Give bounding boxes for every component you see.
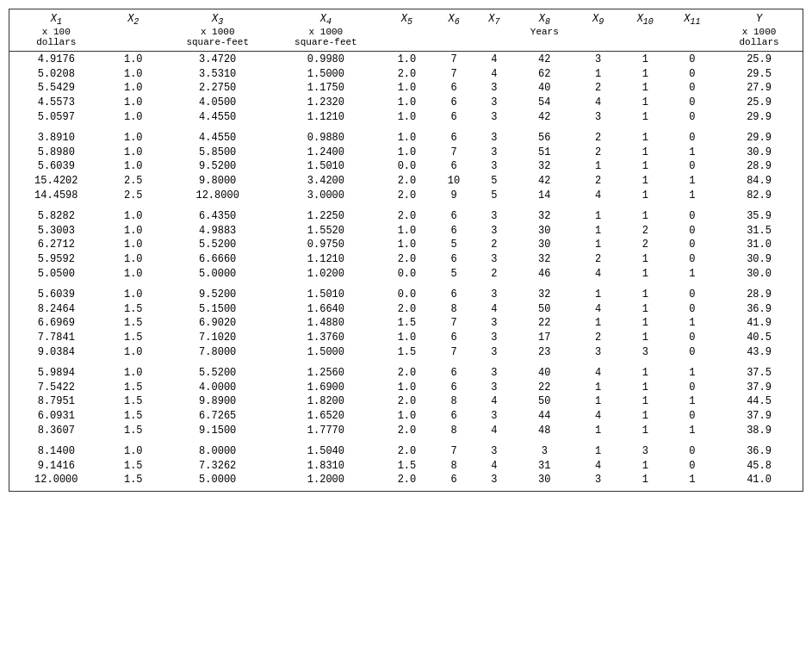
table-cell: 1.5 — [103, 473, 164, 491]
table-cell: 0 — [669, 238, 716, 252]
col-header-x3: X3 — [164, 9, 272, 28]
table-cell: 1 — [574, 282, 622, 302]
table-cell: 7 — [434, 146, 474, 160]
table-cell: 1 — [574, 424, 622, 438]
table-cell: 1.0 — [380, 96, 433, 110]
table-cell: 1.5 — [103, 316, 164, 331]
table-cell: 1.5 — [380, 316, 433, 331]
table-cell: 1 — [622, 381, 669, 395]
table-row: 4.91761.03.47200.99801.0744231025.9 — [9, 53, 803, 67]
table-cell: 3.0000 — [272, 189, 381, 203]
table-cell: 7.3262 — [164, 459, 272, 474]
table-cell: 1.0 — [380, 81, 433, 96]
table-cell: 1 — [574, 438, 622, 459]
table-cell: 4 — [474, 424, 514, 438]
table-cell: 5.3003 — [9, 224, 103, 239]
table-row: 8.14001.08.00001.50402.073313036.9 — [9, 438, 803, 459]
table-cell: 30.9 — [716, 146, 803, 160]
table-cell: 3 — [474, 203, 514, 224]
table-row: 5.02081.03.53101.50002.0746211029.5 — [9, 67, 803, 82]
table-cell: 40 — [514, 360, 574, 381]
table-cell: 1.5 — [103, 394, 164, 409]
table-cell: 1.5 — [103, 459, 164, 474]
table-cell: 0 — [669, 159, 716, 174]
table-cell: 41.9 — [716, 316, 803, 331]
table-cell: 3 — [474, 473, 514, 491]
table-cell: 8 — [434, 459, 474, 474]
table-cell: 44 — [514, 409, 574, 424]
table-cell: 1.4880 — [272, 316, 381, 331]
table-cell: 1.0 — [103, 282, 164, 302]
unit-x10-bottom — [622, 37, 669, 52]
table-cell: 2.2750 — [164, 81, 272, 96]
table-cell: 1 — [622, 267, 669, 282]
table-cell: 62 — [514, 67, 574, 82]
table-cell: 1.5010 — [272, 282, 381, 302]
table-cell: 5.8500 — [164, 146, 272, 160]
table-cell: 25.9 — [716, 96, 803, 110]
table-cell: 56 — [514, 125, 574, 146]
table-cell: 2.0 — [380, 302, 433, 317]
table-cell: 3 — [474, 409, 514, 424]
table-cell: 7.7841 — [9, 331, 103, 345]
table-cell: 31.0 — [716, 238, 803, 252]
table-cell: 1.0 — [380, 110, 433, 125]
table-cell: 1.5000 — [272, 67, 381, 82]
table-cell: 1.0 — [380, 331, 433, 345]
table-cell: 1.2400 — [272, 146, 381, 160]
table-cell: 1.5 — [103, 302, 164, 317]
table-cell: 4 — [474, 459, 514, 474]
table-cell: 28.9 — [716, 159, 803, 174]
table-cell: 1 — [622, 316, 669, 331]
table-cell: 1.0 — [380, 238, 433, 252]
col-header-x7: X7 — [474, 9, 514, 28]
table-cell: 9.1416 — [9, 459, 103, 474]
table-cell: 37.9 — [716, 381, 803, 395]
table-cell: 54 — [514, 96, 574, 110]
unit-x9-bottom — [574, 37, 622, 52]
table-cell: 1 — [669, 267, 716, 282]
table-cell: 4 — [574, 96, 622, 110]
table-cell: 0 — [669, 381, 716, 395]
table-cell: 1.5 — [103, 381, 164, 395]
table-cell: 2 — [474, 238, 514, 252]
table-row: 5.30031.04.98831.55201.0633012031.5 — [9, 224, 803, 239]
unit-x6-top — [434, 27, 474, 37]
unit-x1-bottom: dollars — [9, 37, 103, 52]
table-cell: 9.8000 — [164, 174, 272, 189]
table-cell: 4 — [474, 67, 514, 82]
table-row: 12.00001.55.00001.20002.0633031141.0 — [9, 473, 803, 491]
table-cell: 36.9 — [716, 302, 803, 317]
table-cell: 2.0 — [380, 189, 433, 203]
table-cell: 1.5 — [103, 331, 164, 345]
table-cell: 4 — [474, 53, 514, 67]
table-cell: 1 — [622, 81, 669, 96]
table-cell: 6 — [434, 282, 474, 302]
unit-x5-top — [380, 27, 433, 37]
table-cell: 1.8310 — [272, 459, 381, 474]
table-cell: 51 — [514, 146, 574, 160]
table-row: 6.27121.05.52000.97501.0523012031.0 — [9, 238, 803, 252]
table-cell: 32 — [514, 252, 574, 267]
table-cell: 41.0 — [716, 473, 803, 491]
table-row: 8.24641.55.15001.66402.0845041036.9 — [9, 302, 803, 317]
table-cell: 1.0 — [103, 438, 164, 459]
table-cell: 45.8 — [716, 459, 803, 474]
table-cell: 1 — [574, 394, 622, 409]
table-cell: 28.9 — [716, 282, 803, 302]
table-cell: 1.0 — [380, 409, 433, 424]
table-cell: 7.5422 — [9, 381, 103, 395]
table-cell: 82.9 — [716, 189, 803, 203]
table-cell: 8 — [434, 394, 474, 409]
table-cell: 0 — [669, 224, 716, 239]
table-cell: 0 — [669, 96, 716, 110]
table-cell: 23 — [514, 345, 574, 360]
table-cell: 4.5573 — [9, 96, 103, 110]
table-cell: 3 — [474, 146, 514, 160]
table-row: 5.82821.06.43501.22502.0633211035.9 — [9, 203, 803, 224]
table-cell: 1.0 — [380, 224, 433, 239]
table-cell: 3.8910 — [9, 125, 103, 146]
table-cell: 1.0 — [103, 159, 164, 174]
table-cell: 5 — [474, 174, 514, 189]
table-cell: 48 — [514, 424, 574, 438]
